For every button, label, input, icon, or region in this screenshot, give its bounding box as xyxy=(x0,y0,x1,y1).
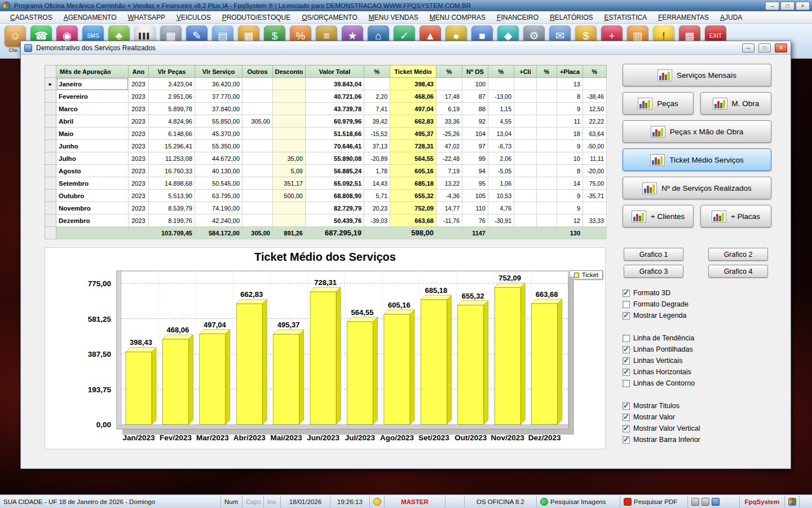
row-gutter xyxy=(45,227,56,239)
svg-text:497,04: 497,04 xyxy=(204,321,227,329)
total-valor-total: 687.295,19 xyxy=(306,227,364,239)
cell-placa: 11 xyxy=(557,115,583,128)
table-row-marco[interactable]: Marco20235.899,7837.840,0043.739,787,414… xyxy=(45,103,607,115)
table-row-fevereiro[interactable]: Fevereiro20232.951,0637.770,0040.721,062… xyxy=(45,90,607,103)
menu-item-whatsapp[interactable]: WHATSAPP xyxy=(122,12,171,23)
checkbox-formato-3d[interactable]: Formato 3D xyxy=(623,287,771,299)
column-header-x[interactable]: % xyxy=(436,65,462,78)
svg-text:752,09: 752,09 xyxy=(498,274,521,282)
column-header-x[interactable]: % xyxy=(537,65,557,78)
column-header-placa[interactable]: +Placa xyxy=(557,65,583,78)
table-row-janeiro[interactable]: ►Janeiro20233.423,0436.420,0039.843,0439… xyxy=(45,78,607,90)
column-header-desconto[interactable]: Desconto xyxy=(273,65,306,78)
column-header-ano[interactable]: Ano xyxy=(129,65,149,78)
svg-text:Mar/2023: Mar/2023 xyxy=(196,433,229,442)
menu-item-relat-rios[interactable]: RELATÓRIOS xyxy=(544,12,598,23)
checkbox-mostrar-barra-inferior[interactable]: Mostrar Barra Inferior xyxy=(623,434,771,445)
column-header-vlr-servi-o[interactable]: Vlr Serviço xyxy=(195,65,242,78)
side-button-ticket-m-dio-servi-os[interactable]: Ticket Médio Serviços xyxy=(623,148,771,171)
menu-item-agendamento[interactable]: AGENDAMENTO xyxy=(58,12,122,23)
menu-item-cadastros[interactable]: CADASTROS xyxy=(5,12,58,23)
svg-text:663,68: 663,68 xyxy=(536,290,558,299)
column-header-ticket-m-dio[interactable]: Ticket Médio xyxy=(390,65,436,78)
checkbox-linhas-de-contorno[interactable]: Linhas de Contorno xyxy=(623,378,771,389)
table-row-maio[interactable]: Maio20236.148,6645.370,0051.518,66-15,52… xyxy=(45,128,607,140)
svg-text:0,00: 0,00 xyxy=(96,421,111,429)
column-header-m-s-de-apura-o[interactable]: Mês de Apuração xyxy=(56,65,129,78)
checkbox-label: Linhas de Contorno xyxy=(633,379,695,387)
cell-m-s-de-apura-o: Agosto xyxy=(56,165,129,177)
column-header-x[interactable]: % xyxy=(488,65,514,78)
cell-desconto xyxy=(273,140,306,152)
menu-item-menu-vendas[interactable]: MENU VENDAS xyxy=(363,12,424,23)
menu-item-estatistica[interactable]: ESTATISTICA xyxy=(599,12,653,23)
checkbox-linhas-verticais[interactable]: Linhas Verticais xyxy=(623,355,771,366)
cell-ano: 2023 xyxy=(129,214,149,227)
table-row-novembro[interactable]: Novembro20238.539,7974.190,0082.729,7920… xyxy=(45,202,607,214)
column-header-x[interactable]: % xyxy=(583,65,607,78)
dialog-titlebar[interactable]: Demonstrativo dos Serviços Realizados – … xyxy=(21,41,791,55)
checkbox-mostrar-legenda[interactable]: Mostrar Legenda xyxy=(623,310,771,321)
checkbox-mostrar-titulos[interactable]: Mostrar Titulos xyxy=(623,400,771,411)
minimize-button[interactable]: – xyxy=(765,2,779,10)
menu-item-os-or-amento[interactable]: OS/ORÇAMENTO xyxy=(296,12,363,23)
checkbox-box xyxy=(623,402,630,410)
checkbox-mostrar-valor-vertical[interactable]: Mostrar Valor Vertical xyxy=(623,423,771,434)
menu-item-ferramentas[interactable]: FERRAMENTAS xyxy=(652,12,714,23)
side-button-servi-os-mensais[interactable]: Serviços Mensais xyxy=(623,64,771,86)
chart-panel: Ticket Médio dos Serviços Ticket 0,00193… xyxy=(45,247,606,449)
cell-placa: 8 xyxy=(557,165,583,177)
button-grafico-3[interactable]: Grafico 3 xyxy=(624,265,683,278)
menu-item-veiculos[interactable]: VEICULOS xyxy=(171,12,217,23)
status-pesquisar-imagens[interactable]: Pesquisar Imagens xyxy=(537,496,620,508)
menu-item-produto-estoque[interactable]: PRODUTO/ESTOQUE xyxy=(217,12,297,23)
cell-x: 37,13 xyxy=(364,140,390,152)
cell-desconto xyxy=(273,115,306,128)
menu-item-ajuda[interactable]: AJUDA xyxy=(714,12,748,23)
bar-chart-icon xyxy=(642,182,657,194)
table-row-junho[interactable]: Junho202315.296,4155.350,0070.646,4137,1… xyxy=(45,140,607,152)
table-row-dezembro[interactable]: Dezembro20238.199,7642.240,0050.439,76-3… xyxy=(45,214,607,227)
side-button-pe-as-x-m-o-de-obra[interactable]: Peças x Mão de Obra xyxy=(623,120,771,143)
cell-vlr-pe-as: 5.899,78 xyxy=(149,103,195,115)
column-header-x[interactable]: % xyxy=(364,65,390,78)
cell-cli xyxy=(514,140,537,152)
table-row-abril[interactable]: Abril20234.824,9655.850,00305,0060.979,9… xyxy=(45,115,607,128)
checkbox-formato-degrade[interactable]: Formato Degrade xyxy=(623,299,771,310)
side-button-clientes[interactable]: + Clientes xyxy=(623,205,694,227)
column-header-cli[interactable]: +Cli xyxy=(514,65,537,78)
side-button-m-obra[interactable]: M. Obra xyxy=(700,92,771,115)
column-header-vlr-pe-as[interactable]: Vlr Peças xyxy=(149,65,195,78)
column-header-outros[interactable]: Outros xyxy=(242,65,273,78)
cell-cli xyxy=(514,214,537,227)
button-grafico-1[interactable]: Grafico 1 xyxy=(624,248,683,261)
menu-item-financeiro[interactable]: FINANCEIRO xyxy=(491,12,544,23)
checkbox-linha-de-tend-ncia[interactable]: Linha de Tendência xyxy=(623,332,771,344)
column-header-n-os[interactable]: Nº OS xyxy=(462,65,488,78)
total-desconto: 891,26 xyxy=(273,227,306,239)
checkbox-mostrar-valor[interactable]: Mostrar Valor xyxy=(623,411,771,423)
close-button[interactable]: × xyxy=(796,2,810,10)
column-header-valor-total[interactable]: Valor Total xyxy=(306,65,364,78)
button-grafico-4[interactable]: Grafico 4 xyxy=(708,265,768,278)
dialog-close-button[interactable]: × xyxy=(775,43,787,52)
dialog-maximize-button[interactable]: □ xyxy=(758,43,771,52)
table-row-agosto[interactable]: Agosto202316.760,3340.130,005,0956.885,2… xyxy=(45,165,607,177)
table-row-setembro[interactable]: Setembro202314.898,6850.545,00351,1765.0… xyxy=(45,177,607,190)
side-button-pe-as[interactable]: Peças xyxy=(623,92,694,115)
maximize-button[interactable]: □ xyxy=(780,2,795,10)
table-row-julho[interactable]: Julho202311.253,0844.672,0035,0055.890,0… xyxy=(45,152,607,165)
status-pesquisar-pdf[interactable]: Pesquisar PDF xyxy=(620,496,688,508)
button-grafico-2[interactable]: Grafico 2 xyxy=(708,248,768,261)
cell-x: -22,48 xyxy=(436,152,462,165)
menu-item-menu-compras[interactable]: MENU COMPRAS xyxy=(424,12,491,23)
table-row-outubro[interactable]: Outubro20235.513,9063.795,00500,0068.808… xyxy=(45,190,607,202)
side-button-n-de-servi-os-realizados[interactable]: Nº de Serviços Realizados xyxy=(623,177,771,199)
svg-text:387,50: 387,50 xyxy=(88,350,111,358)
dialog-minimize-button[interactable]: – xyxy=(742,43,754,52)
status-location-text: SUA CIDADE - UF 18 de Janeiro de 2026 - … xyxy=(3,496,155,508)
checkbox-linhas-horizontais[interactable]: Linhas Horizontais xyxy=(623,366,771,378)
checkbox-linhas-pontilhadas[interactable]: Linhas Pontilhadas xyxy=(623,344,771,355)
row-gutter-header xyxy=(45,65,56,78)
side-button-placas[interactable]: + Placas xyxy=(700,205,771,227)
